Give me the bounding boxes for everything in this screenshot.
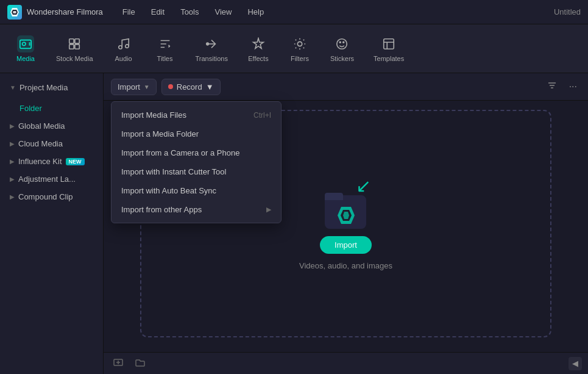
logo-icon xyxy=(7,5,22,20)
filmora-small-logo xyxy=(336,206,356,225)
import-instant-cutter-label: Import with Instant Cutter Tool xyxy=(121,167,226,176)
effects-icon xyxy=(250,35,267,52)
sidebar-project-media-label: Project Media xyxy=(19,83,68,92)
toolbar-effects[interactable]: Effects xyxy=(239,31,278,67)
stickers-label: Stickers xyxy=(330,55,354,62)
import-dropdown-menu: Import Media Files Ctrl+I Import a Media… xyxy=(111,101,282,223)
record-button[interactable]: Record ▼ xyxy=(161,79,221,95)
filters-label: Filters xyxy=(291,55,309,62)
import-other-apps-arrow-icon: ▶ xyxy=(266,206,271,214)
toolbar-stock-media[interactable]: Stock Media xyxy=(48,31,102,67)
svg-point-13 xyxy=(337,38,347,49)
sidebar-adjustment-layer[interactable]: ▶ Adjustment La... xyxy=(2,170,101,188)
sidebar-influence-kit-label: Influence Kit xyxy=(18,157,62,166)
media-icon xyxy=(17,35,34,52)
import-media-folder-label: Import a Media Folder xyxy=(121,129,199,138)
menu-tools[interactable]: Tools xyxy=(173,5,206,19)
templates-icon xyxy=(380,35,397,52)
media-label: Media xyxy=(16,55,35,62)
import-media-files-shortcut: Ctrl+I xyxy=(253,111,271,120)
transitions-icon xyxy=(203,35,220,52)
sidebar-influence-kit[interactable]: ▶ Influence Kit NEW xyxy=(2,153,101,170)
toolbar-audio[interactable]: Audio xyxy=(104,31,143,67)
influence-kit-chevron: ▶ xyxy=(10,158,15,165)
import-auto-beat-sync-item[interactable]: Import with Auto Beat Sync xyxy=(112,181,281,200)
folder-body-icon xyxy=(325,195,366,229)
audio-icon xyxy=(115,35,132,52)
record-label: Record xyxy=(177,82,202,92)
menu-edit[interactable]: Edit xyxy=(144,5,172,19)
menu-view[interactable]: View xyxy=(207,5,239,19)
import-instant-cutter-item[interactable]: Import with Instant Cutter Tool xyxy=(112,162,281,181)
svg-rect-8 xyxy=(75,44,79,48)
sidebar-project-media-header[interactable]: ▼ Project Media xyxy=(2,78,101,97)
menu-file[interactable]: File xyxy=(115,5,143,19)
global-media-chevron: ▶ xyxy=(10,123,15,129)
svg-point-12 xyxy=(297,41,302,46)
svg-marker-16 xyxy=(341,210,352,221)
templates-label: Templates xyxy=(374,55,404,62)
title-bar: Wondershare Filmora File Edit Tools View… xyxy=(0,0,588,24)
svg-point-10 xyxy=(125,44,129,48)
stock-media-icon xyxy=(66,35,83,52)
svg-rect-14 xyxy=(384,38,394,49)
more-options-button[interactable]: ··· xyxy=(565,79,581,95)
new-folder-button[interactable] xyxy=(132,355,149,372)
sidebar-global-media[interactable]: ▶ Global Media xyxy=(2,117,101,135)
sidebar-cloud-media-label: Cloud Media xyxy=(18,139,63,148)
import-dropdown-button[interactable]: Import ▼ xyxy=(111,79,157,95)
toolbar-stickers[interactable]: Stickers xyxy=(322,31,363,67)
record-dot-icon xyxy=(168,84,173,89)
svg-point-11 xyxy=(207,43,209,45)
toolbar-titles[interactable]: Titles xyxy=(146,31,185,67)
import-auto-beat-sync-label: Import with Auto Beat Sync xyxy=(121,186,216,195)
sidebar-adjustment-layer-label: Adjustment La... xyxy=(18,174,76,184)
main-area: ▼ Project Media Folder ▶ Global Media ▶ … xyxy=(0,73,588,374)
transitions-label: Transitions xyxy=(196,55,228,62)
import-media-folder-item[interactable]: Import a Media Folder xyxy=(112,124,281,143)
folder-label: Folder xyxy=(19,104,42,113)
svg-marker-15 xyxy=(338,207,355,224)
import-other-apps-label: Import from other Apps xyxy=(121,205,202,214)
content-header: Import ▼ Record ▼ ··· xyxy=(104,73,588,101)
sidebar-compound-clip[interactable]: ▶ Compound Clip xyxy=(2,188,101,206)
sidebar-folder[interactable]: Folder xyxy=(2,99,101,117)
toolbar: Media Stock Media Audio xyxy=(0,24,588,73)
import-camera-label: Import from a Camera or a Phone xyxy=(121,148,239,157)
influence-kit-badge: NEW xyxy=(66,158,85,165)
svg-rect-5 xyxy=(69,38,74,43)
filters-icon xyxy=(291,35,308,52)
titles-icon xyxy=(157,35,174,52)
import-media-files-label: Import Media Files xyxy=(121,110,186,120)
toolbar-templates[interactable]: Templates xyxy=(365,31,413,67)
arrow-down-icon: ↙ xyxy=(356,177,371,195)
drop-zone-import-button[interactable]: Import xyxy=(320,236,372,254)
menu-help[interactable]: Help xyxy=(240,5,271,19)
import-camera-item[interactable]: Import from a Camera or a Phone xyxy=(112,143,281,162)
sidebar-cloud-media[interactable]: ▶ Cloud Media xyxy=(2,135,101,153)
adjustment-layer-chevron: ▶ xyxy=(10,176,15,182)
import-media-files-item[interactable]: Import Media Files Ctrl+I xyxy=(112,106,281,124)
compound-clip-chevron: ▶ xyxy=(10,193,15,200)
effects-label: Effects xyxy=(248,55,268,62)
folder-tab-icon xyxy=(325,193,343,200)
svg-rect-7 xyxy=(69,44,74,48)
svg-marker-2 xyxy=(13,11,16,13)
import-other-apps-item[interactable]: Import from other Apps ▶ xyxy=(112,200,281,219)
drop-icon-group: ↙ xyxy=(319,177,374,229)
toolbar-media[interactable]: Media xyxy=(6,31,45,67)
sidebar-compound-clip-label: Compound Clip xyxy=(18,192,73,201)
sidebar-global-media-label: Global Media xyxy=(18,121,65,131)
app-logo: Wondershare Filmora xyxy=(7,5,103,20)
toolbar-transitions[interactable]: Transitions xyxy=(187,31,236,67)
sidebar-collapse-button[interactable]: ◀ xyxy=(569,357,582,370)
import-label: Import xyxy=(118,82,140,92)
import-chevron-icon: ▼ xyxy=(144,84,150,90)
content-area: Import ▼ Record ▼ ··· Import Media Files… xyxy=(104,73,588,374)
window-title: Untitled xyxy=(554,7,581,16)
stickers-icon xyxy=(333,35,350,52)
toolbar-filters[interactable]: Filters xyxy=(280,31,319,67)
stock-media-label: Stock Media xyxy=(56,55,93,62)
filter-button[interactable] xyxy=(544,78,561,95)
add-item-button[interactable] xyxy=(110,355,127,372)
